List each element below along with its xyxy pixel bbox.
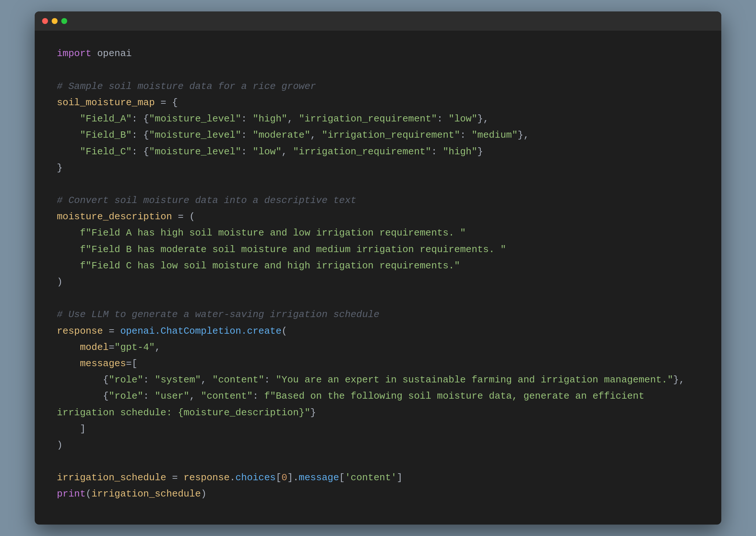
code-line-13: f"Field B has moderate soil moisture and…: [57, 241, 699, 258]
titlebar: [35, 11, 721, 31]
close-button[interactable]: [42, 18, 48, 24]
code-line-23: ]: [57, 421, 699, 437]
code-line-15: ): [57, 274, 699, 290]
code-line-18: response = openai.ChatCompletion.create(: [57, 323, 699, 339]
code-line-8: }: [57, 160, 699, 176]
code-line-24: ): [57, 437, 699, 453]
code-line-22: {"role": "user", "content": f"Based on t…: [57, 388, 699, 404]
code-line-12: f"Field A has high soil moisture and low…: [57, 225, 699, 241]
code-line-4: soil_moisture_map = {: [57, 95, 699, 111]
code-line-5: "Field_A": {"moisture_level": "high", "i…: [57, 111, 699, 127]
code-line-1: import openai: [57, 45, 699, 62]
code-line-21: {"role": "system", "content": "You are a…: [57, 372, 699, 388]
code-line-3: # Sample soil moisture data for a rice g…: [57, 78, 699, 95]
minimize-button[interactable]: [52, 18, 58, 24]
code-line-14: f"Field C has low soil moisture and high…: [57, 258, 699, 274]
code-line-6: "Field_B": {"moisture_level": "moderate"…: [57, 127, 699, 143]
code-line-26: irrigation_schedule = response.choices[0…: [57, 470, 699, 486]
code-line-19: model="gpt-4",: [57, 339, 699, 355]
code-line-10: # Convert soil moisture data into a desc…: [57, 192, 699, 209]
code-line-17: # Use LLM to generate a water-saving irr…: [57, 306, 699, 323]
maximize-button[interactable]: [61, 18, 67, 24]
code-content: import openai # Sample soil moisture dat…: [35, 31, 721, 524]
code-line-11: moisture_description = (: [57, 209, 699, 225]
code-editor-window: import openai # Sample soil moisture dat…: [35, 11, 721, 524]
code-line-27: print(irrigation_schedule): [57, 486, 699, 502]
code-line-22b: irrigation schedule: {moisture_descripti…: [57, 405, 699, 421]
code-line-20: messages=[: [57, 355, 699, 372]
code-line-7: "Field_C": {"moisture_level": "low", "ir…: [57, 144, 699, 160]
